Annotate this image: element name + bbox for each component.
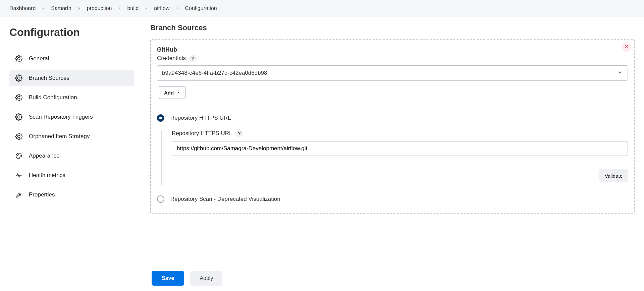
- delete-source-button[interactable]: [622, 42, 631, 52]
- add-credentials-button[interactable]: Add: [159, 86, 185, 99]
- close-icon: [624, 44, 629, 50]
- main-content: Branch Sources GitHub Credentials ? b9a9…: [141, 17, 644, 254]
- sidebar: Configuration General Branch Sources Bui…: [0, 17, 141, 254]
- help-icon[interactable]: ?: [189, 55, 197, 62]
- repo-url-input[interactable]: [172, 141, 628, 156]
- repo-url-label: Repository HTTPS URL: [172, 130, 232, 137]
- gear-icon: [15, 55, 23, 63]
- gear-icon: [15, 132, 23, 140]
- sidebar-item-build-configuration[interactable]: Build Configuration: [9, 90, 134, 106]
- repo-https-label: Repository HTTPS URL: [170, 115, 231, 121]
- chevron-right-icon: [175, 6, 180, 11]
- sidebar-item-branch-sources[interactable]: Branch Sources: [9, 70, 134, 86]
- sidebar-item-label: Properties: [29, 191, 55, 198]
- breadcrumb-item[interactable]: build: [127, 5, 139, 11]
- gear-icon: [15, 74, 23, 82]
- chevron-right-icon: [41, 6, 46, 11]
- sidebar-item-label: Orphaned Item Strategy: [29, 133, 90, 140]
- chevron-right-icon: [144, 6, 149, 11]
- gear-icon: [15, 113, 23, 121]
- repo-scan-label: Repository Scan - Deprecated Visualizati…: [170, 196, 280, 202]
- sidebar-item-label: Health metrics: [29, 172, 65, 179]
- chevron-right-icon: [77, 6, 82, 11]
- sidebar-item-properties[interactable]: Properties: [9, 187, 134, 203]
- sidebar-item-label: General: [29, 55, 49, 62]
- repo-scan-radio[interactable]: [157, 195, 164, 203]
- breadcrumb: Dashboard Samarth production build airfl…: [0, 0, 644, 17]
- chevron-right-icon: [117, 6, 122, 11]
- credentials-select[interactable]: b9a94348-c4e6-4ffa-b27d-c42ea0d6db98: [157, 65, 628, 81]
- sidebar-item-scan-repository-triggers[interactable]: Scan Repository Triggers: [9, 109, 134, 125]
- sidebar-item-general[interactable]: General: [9, 51, 134, 67]
- sidebar-item-appearance[interactable]: Appearance: [9, 148, 134, 164]
- validate-button[interactable]: Validate: [599, 169, 628, 182]
- sidebar-item-label: Branch Sources: [29, 75, 69, 81]
- nav-list: General Branch Sources Build Configurati…: [9, 51, 134, 203]
- breadcrumb-item[interactable]: Samarth: [51, 5, 71, 11]
- section-title: Branch Sources: [150, 23, 635, 32]
- breadcrumb-item[interactable]: Configuration: [185, 5, 217, 11]
- sidebar-item-label: Build Configuration: [29, 94, 77, 101]
- credentials-label: Credentials: [157, 55, 186, 62]
- page-title: Configuration: [9, 26, 134, 39]
- sidebar-item-health-metrics[interactable]: Health metrics: [9, 167, 134, 183]
- sidebar-item-label: Scan Repository Triggers: [29, 114, 93, 120]
- breadcrumb-item[interactable]: production: [87, 5, 112, 11]
- help-icon[interactable]: ?: [235, 130, 243, 137]
- add-button-label: Add: [164, 90, 174, 96]
- wrench-icon: [15, 191, 23, 199]
- gear-icon: [15, 94, 23, 102]
- caret-down-icon: [176, 90, 180, 96]
- palette-icon: [15, 152, 23, 160]
- breadcrumb-item[interactable]: airflow: [154, 5, 169, 11]
- repo-https-radio[interactable]: [157, 114, 164, 122]
- github-source-panel: GitHub Credentials ? b9a94348-c4e6-4ffa-…: [150, 39, 635, 214]
- breadcrumb-item[interactable]: Dashboard: [9, 5, 36, 11]
- sidebar-item-orphaned-item-strategy[interactable]: Orphaned Item Strategy: [9, 128, 134, 144]
- sidebar-item-label: Appearance: [29, 153, 60, 159]
- heartbeat-icon: [15, 171, 23, 179]
- panel-heading: GitHub: [157, 46, 628, 53]
